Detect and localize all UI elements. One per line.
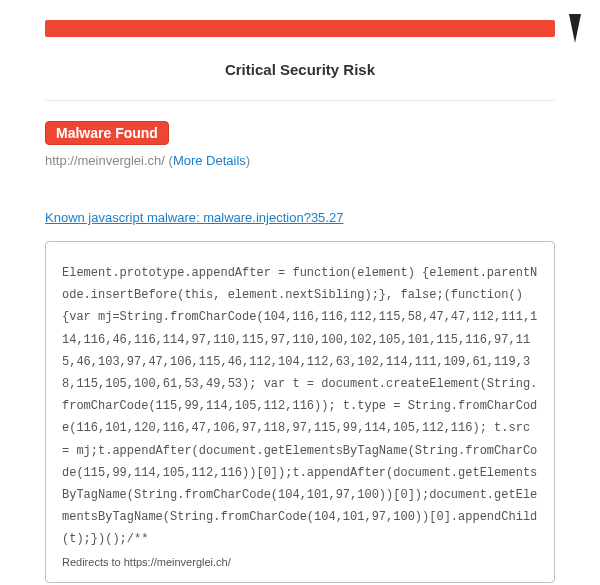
redirect-note: Redirects to https://meinverglei.ch/	[62, 556, 538, 568]
url-text: http://meinverglei.ch/ (	[45, 153, 173, 168]
alert-bar	[45, 20, 555, 37]
alert-bar-container	[45, 20, 555, 37]
page-title: Critical Security Risk	[45, 61, 555, 78]
url-suffix: )	[246, 153, 250, 168]
scanned-url: http://meinverglei.ch/ (More Details)	[45, 153, 555, 168]
status-badge: Malware Found	[45, 121, 169, 145]
code-sample-box: Element.prototype.appendAfter = function…	[45, 241, 555, 583]
more-details-link[interactable]: More Details	[173, 153, 246, 168]
divider	[45, 100, 555, 101]
malware-detection-link[interactable]: Known javascript malware: malware.inject…	[45, 210, 343, 225]
malware-code-content: Element.prototype.appendAfter = function…	[62, 262, 538, 550]
